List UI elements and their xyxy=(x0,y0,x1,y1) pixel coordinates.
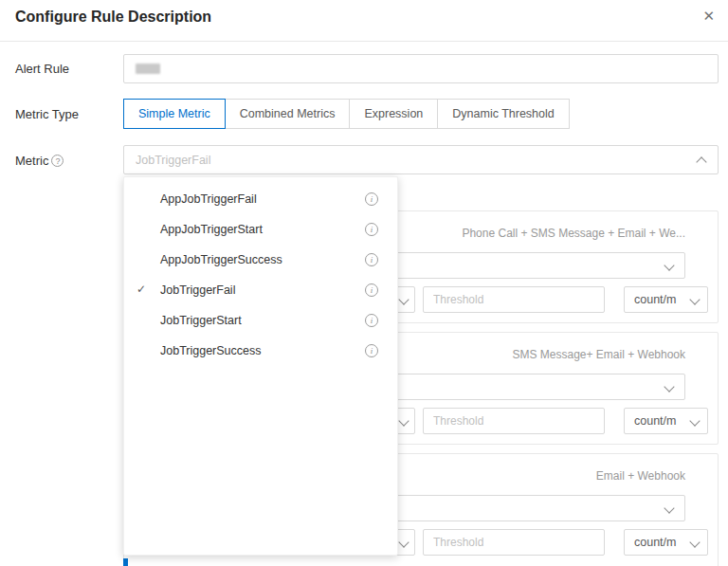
dropdown-option-selected[interactable]: ✓ JobTriggerFail i xyxy=(124,275,397,305)
tab-combined-metrics[interactable]: Combined Metrics xyxy=(225,99,351,129)
header-divider xyxy=(0,41,728,42)
metric-select[interactable] xyxy=(123,145,719,174)
chevron-down-icon xyxy=(398,294,409,304)
metric-label-row: Metric ? xyxy=(15,154,64,168)
metric-type-label: Metric Type xyxy=(15,107,79,121)
chevron-down-icon xyxy=(689,415,700,426)
option-label: JobTriggerFail xyxy=(160,283,235,297)
dropdown-option[interactable]: JobTriggerSuccess i xyxy=(124,336,397,366)
chevron-down-icon xyxy=(398,415,409,426)
option-label: JobTriggerSuccess xyxy=(160,344,262,357)
metric-select-input[interactable] xyxy=(124,146,718,173)
tab-expression[interactable]: Expression xyxy=(349,99,438,129)
unit-select[interactable]: count/m xyxy=(624,408,708,434)
blue-indicator xyxy=(123,558,128,566)
info-circle-icon[interactable]: i xyxy=(365,223,378,236)
option-label: AppJobTriggerSuccess xyxy=(160,253,282,266)
dropdown-option[interactable]: AppJobTriggerStart i xyxy=(124,214,397,245)
info-circle-icon[interactable]: i xyxy=(365,283,378,297)
option-label: AppJobTriggerStart xyxy=(160,223,263,236)
dropdown-option[interactable]: AppJobTriggerSuccess i xyxy=(124,245,397,275)
dialog-title: Configure Rule Description xyxy=(15,9,211,26)
chevron-down-icon xyxy=(689,294,700,304)
alert-rule-label: Alert Rule xyxy=(15,62,69,76)
chevron-down-icon xyxy=(664,502,674,513)
chevron-down-icon xyxy=(398,537,409,547)
tab-dynamic-threshold[interactable]: Dynamic Threshold xyxy=(437,99,569,129)
chevron-down-icon xyxy=(664,260,674,270)
alert-rule-input[interactable] xyxy=(123,54,719,83)
info-circle-icon[interactable]: i xyxy=(365,314,378,327)
notification-methods-label: SMS Message+ Email + Webhook xyxy=(512,348,685,361)
notification-methods-label: Email + Webhook xyxy=(596,469,685,483)
dropdown-option[interactable]: JobTriggerStart i xyxy=(124,305,397,336)
redacted-value xyxy=(136,64,160,74)
unit-select[interactable]: count/m xyxy=(624,529,708,556)
chevron-down-icon xyxy=(664,381,674,392)
metric-label: Metric xyxy=(15,154,48,168)
unit-value: count/m xyxy=(634,536,676,549)
configure-rule-dialog: Configure Rule Description ✕ Alert Rule … xyxy=(0,0,728,566)
info-circle-icon[interactable]: i xyxy=(365,253,378,266)
threshold-input[interactable] xyxy=(423,408,605,434)
check-icon: ✓ xyxy=(136,283,146,296)
unit-value: count/m xyxy=(634,293,676,306)
metric-type-tabs: Simple Metric Combined Metrics Expressio… xyxy=(123,99,570,129)
option-label: JobTriggerStart xyxy=(160,314,242,327)
dropdown-option[interactable]: AppJobTriggerFail i xyxy=(124,184,397,214)
chevron-down-icon xyxy=(689,537,700,547)
threshold-input[interactable] xyxy=(423,529,605,556)
unit-value: count/m xyxy=(634,414,676,428)
info-circle-icon[interactable]: i xyxy=(365,344,378,357)
unit-select[interactable]: count/m xyxy=(624,286,708,313)
help-circle-icon[interactable]: ? xyxy=(51,155,64,167)
threshold-input[interactable] xyxy=(423,286,605,313)
option-label: AppJobTriggerFail xyxy=(160,192,257,206)
metric-dropdown-panel: AppJobTriggerFail i AppJobTriggerStart i… xyxy=(123,176,398,556)
close-icon[interactable]: ✕ xyxy=(702,7,715,26)
notification-methods-label: Phone Call + SMS Message + Email + We... xyxy=(462,227,685,240)
tab-simple-metric[interactable]: Simple Metric xyxy=(123,99,226,129)
info-circle-icon[interactable]: i xyxy=(365,192,378,206)
